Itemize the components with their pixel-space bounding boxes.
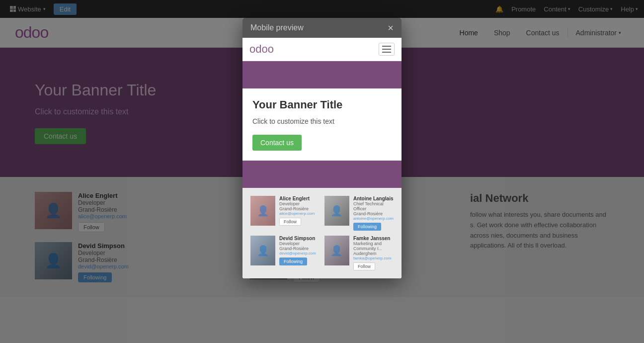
mobile-team-card: 👤 Antoine Langlais Chief Technical Offic… — [324, 196, 394, 231]
mobile-team-email: devid@openerp.com — [279, 251, 320, 256]
mobile-avatar: 👤 — [324, 196, 349, 226]
mobile-team-card: 👤 Famke Janssen Marketing and Community … — [324, 236, 394, 270]
mobile-team-location: Grand-Rosière — [353, 211, 394, 216]
mobile-team-name: Alice Englert — [279, 196, 320, 201]
modal-overlay[interactable]: Mobile preview × odoo Your — [0, 0, 644, 343]
mobile-team-info: Alice Englert Developer Grand-Rosière al… — [279, 196, 320, 226]
mobile-hero-top — [242, 61, 402, 88]
mobile-team-info: Antoine Langlais Chief Technical Officer… — [353, 196, 394, 231]
mobile-team-role: Marketing and Community I... — [353, 241, 394, 251]
modal-header: Mobile preview × — [242, 18, 402, 38]
mobile-team-email: alice@openerp.com — [279, 211, 320, 216]
hamburger-menu[interactable] — [379, 43, 395, 56]
mobile-following-button[interactable]: Following — [279, 257, 307, 265]
mobile-team-section: 👤 Alice Englert Developer Grand-Rosière … — [242, 188, 402, 278]
mobile-hero-bottom — [242, 161, 402, 188]
mobile-preview-modal: Mobile preview × odoo Your — [242, 18, 402, 278]
mobile-logo: odoo — [249, 43, 274, 56]
mobile-team-name: Famke Janssen — [353, 236, 394, 241]
modal-body[interactable]: odoo Your Banner Title Click to customiz… — [242, 38, 402, 278]
mobile-team-role: Developer — [279, 241, 320, 246]
modal-title: Mobile preview — [250, 23, 304, 32]
mobile-team-card: 👤 Alice Englert Developer Grand-Rosière … — [250, 196, 320, 231]
mobile-team-location: Auderghem — [353, 251, 394, 256]
mobile-team-name: Devid Simpson — [279, 236, 320, 241]
mobile-team-email: antoine@openerp.com — [353, 216, 394, 221]
mobile-frame: odoo Your Banner Title Click to customiz… — [242, 38, 402, 278]
mobile-hero-text: Click to customize this text — [252, 116, 392, 127]
mobile-avatar: 👤 — [250, 236, 275, 265]
mobile-nav: odoo — [242, 38, 402, 61]
mobile-team-info: Famke Janssen Marketing and Community I.… — [353, 236, 394, 270]
modal-close-button[interactable]: × — [388, 23, 394, 33]
mobile-follow-button[interactable]: Follow — [353, 262, 375, 270]
mobile-follow-button[interactable]: Follow — [279, 218, 301, 226]
mobile-team-email: famka@openerp.com — [353, 256, 394, 260]
mobile-hero-title: Your Banner Title — [252, 98, 392, 111]
mobile-team-location: Grand-Rosière — [279, 206, 320, 211]
mobile-team-role: Chief Technical Officer — [353, 201, 394, 211]
mobile-avatar: 👤 — [324, 236, 349, 265]
mobile-following-button[interactable]: Following — [353, 223, 381, 231]
mobile-team-location: Grand-Rosière — [279, 246, 320, 251]
mobile-hero-content: Your Banner Title Click to customize thi… — [242, 88, 402, 161]
mobile-cta-button[interactable]: Contact us — [252, 135, 302, 151]
mobile-team-grid: 👤 Alice Englert Developer Grand-Rosière … — [250, 196, 394, 270]
mobile-team-role: Developer — [279, 201, 320, 206]
mobile-team-name: Antoine Langlais — [353, 196, 394, 201]
mobile-team-info: Devid Simpson Developer Grand-Rosière de… — [279, 236, 320, 265]
mobile-team-card: 👤 Devid Simpson Developer Grand-Rosière … — [250, 236, 320, 270]
mobile-avatar: 👤 — [250, 196, 275, 226]
